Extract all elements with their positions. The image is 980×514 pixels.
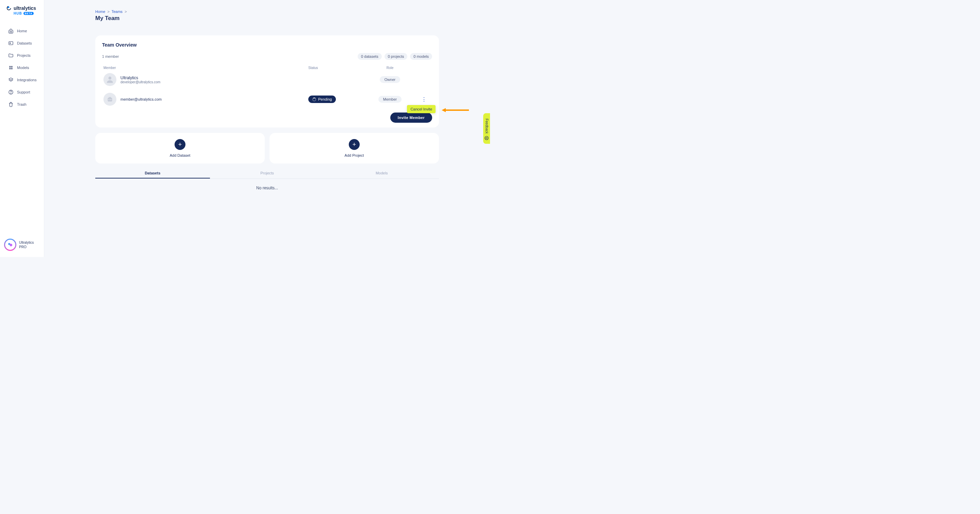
person-icon (105, 75, 115, 84)
status-pending: Pending (308, 95, 336, 103)
svg-point-9 (108, 99, 109, 100)
plus-icon: + (349, 139, 360, 150)
member-count: 1 member (102, 54, 119, 59)
svg-point-4 (11, 93, 11, 94)
sidebar-item-datasets[interactable]: Datasets (0, 37, 44, 49)
member-email: member@ultralytics.com (121, 97, 162, 101)
add-project-card[interactable]: + Add Project (269, 133, 439, 163)
chevron-right-icon: > (124, 10, 127, 14)
sidebar-nav: Home Datasets Projects Models Integratio… (0, 25, 44, 111)
sidebar-item-home[interactable]: Home (0, 25, 44, 37)
annotation-arrow (442, 108, 469, 113)
sidebar-item-label: Models (17, 66, 29, 70)
member-avatar (103, 73, 116, 86)
chevron-right-icon: > (107, 10, 109, 14)
team-overview-heading: Team Overview (102, 42, 432, 48)
svg-point-6 (10, 244, 13, 246)
stat-models: 0 models (410, 53, 432, 60)
member-row: Ultralytics developer@ultralytics.com Ow… (102, 70, 432, 89)
empty-state: No results... (95, 186, 439, 190)
sidebar-item-trash[interactable]: Trash (0, 98, 44, 111)
tab-datasets[interactable]: Datasets (95, 168, 210, 178)
member-email: developer@ultralytics.com (121, 80, 160, 84)
plus-icon: + (175, 139, 185, 150)
svg-point-7 (108, 76, 111, 79)
svg-rect-8 (108, 98, 112, 102)
role-pill-owner: Owner (380, 76, 400, 83)
sidebar-item-label: Integrations (17, 78, 37, 82)
models-icon (8, 65, 14, 70)
sidebar-item-projects[interactable]: Projects (0, 49, 44, 62)
svg-point-14 (487, 137, 487, 138)
member-name: Ultralytics (121, 76, 160, 80)
col-role: Role (363, 66, 417, 70)
spinner-icon (312, 98, 316, 101)
user-plan: PRO (19, 245, 34, 249)
team-overview-card: Team Overview 1 member 0 datasets 0 proj… (95, 35, 439, 127)
col-status: Status (308, 66, 363, 70)
main: Home > Teams > My Team Team Overview 1 m… (44, 0, 490, 257)
member-avatar (103, 93, 116, 106)
avatar-icon (7, 242, 13, 248)
sidebar-item-models[interactable]: Models (0, 62, 44, 74)
tab-projects[interactable]: Projects (210, 168, 325, 178)
sidebar: ultralytics HUB BETA Home Datasets Proje… (0, 0, 44, 257)
breadcrumb: Home > Teams > (95, 10, 439, 14)
breadcrumb-home[interactable]: Home (95, 10, 105, 14)
col-member: Member (103, 66, 308, 70)
ultralytics-logo-icon (7, 5, 12, 11)
trash-icon (8, 102, 14, 107)
page-title: My Team (95, 15, 439, 22)
add-dataset-card[interactable]: + Add Dataset (95, 133, 265, 163)
sidebar-item-label: Home (17, 29, 27, 33)
user-name: Ultralytics (19, 240, 34, 245)
svg-point-13 (485, 136, 488, 140)
smile-icon (484, 136, 489, 140)
sidebar-item-label: Datasets (17, 41, 32, 45)
layers-icon (8, 77, 14, 82)
add-dataset-label: Add Dataset (170, 153, 191, 157)
sidebar-item-label: Support (17, 90, 30, 94)
cancel-invite-menu-item[interactable]: Cancel Invite (407, 105, 436, 113)
sidebar-item-label: Projects (17, 53, 30, 57)
stat-datasets: 0 datasets (358, 53, 382, 60)
content-tabs: Datasets Projects Models (95, 168, 439, 179)
tab-models[interactable]: Models (324, 168, 439, 178)
help-icon (8, 89, 14, 95)
add-project-label: Add Project (345, 153, 364, 157)
role-pill-member: Member (379, 96, 401, 103)
user-avatar (4, 239, 16, 251)
svg-point-10 (111, 99, 111, 100)
stat-projects: 0 projects (385, 53, 408, 60)
member-menu-button[interactable]: ⋮ (417, 96, 431, 103)
folder-icon (8, 53, 14, 58)
sidebar-user[interactable]: Ultralytics PRO (0, 235, 44, 257)
feedback-button[interactable]: Feedback (483, 113, 490, 144)
member-row: member@ultralytics.com Pending Member ⋮ (102, 89, 432, 109)
brand-logo[interactable]: ultralytics HUB BETA (0, 0, 44, 18)
breadcrumb-teams[interactable]: Teams (111, 10, 123, 14)
svg-point-15 (487, 138, 487, 139)
sidebar-item-integrations[interactable]: Integrations (0, 74, 44, 86)
robot-icon (105, 95, 115, 104)
brand-name: ultralytics (14, 5, 36, 11)
brand-hub: HUB (14, 11, 22, 15)
invite-member-button[interactable]: Invite Member (390, 113, 432, 123)
svg-point-2 (10, 43, 11, 44)
sidebar-item-label: Trash (17, 102, 27, 106)
home-icon (8, 28, 14, 34)
beta-badge: BETA (24, 12, 34, 15)
sidebar-item-support[interactable]: Support (0, 86, 44, 98)
svg-marker-12 (442, 108, 446, 112)
datasets-icon (8, 40, 14, 46)
